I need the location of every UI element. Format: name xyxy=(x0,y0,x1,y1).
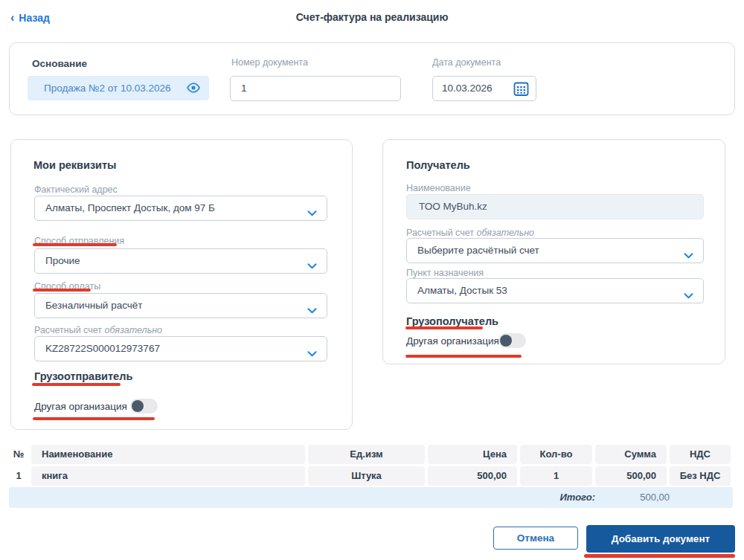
col-header-name: Наименование xyxy=(31,445,305,464)
chevron-down-icon xyxy=(684,289,693,302)
total-value: 500,00 xyxy=(598,487,670,508)
col-header-vat: НДС xyxy=(670,445,731,464)
col-header-sum: Сумма xyxy=(595,445,667,464)
basis-chip[interactable]: Продажа №2 от 10.03.2026 xyxy=(28,76,209,100)
total-label: Итого: xyxy=(530,487,595,508)
row-vat: Без НДС xyxy=(670,466,731,486)
my-bank-account-select[interactable]: KZ28722S000012973767 xyxy=(34,336,327,361)
my-bank-account-value: KZ28722S000012973767 xyxy=(45,337,160,361)
consignee-title: Грузополучатель xyxy=(406,315,498,327)
chevron-down-icon xyxy=(684,248,693,262)
doc-date-label: Дата документа xyxy=(432,57,501,68)
basis-label: Основание xyxy=(32,58,87,69)
row-num: 1 xyxy=(9,466,28,486)
toggle-knob xyxy=(500,335,512,347)
row-name: книга xyxy=(31,466,305,486)
my-bank-account-label: Расчетный счет обязательно xyxy=(34,325,162,335)
shipping-method-value: Прочие xyxy=(45,249,80,273)
recipient-panel: Получатель Наименование ТОО MyBuh.kz Рас… xyxy=(382,139,725,364)
doc-date-input[interactable]: 10.03.2026 xyxy=(432,76,536,101)
my-details-title: Мои реквизиты xyxy=(33,159,117,171)
doc-number-label: Номер документа xyxy=(231,57,308,68)
actual-address-value: Алматы, Проспект Достык, дом 97 Б xyxy=(45,196,215,220)
row-qty: 1 xyxy=(520,466,592,486)
chevron-down-icon xyxy=(307,206,317,219)
chevron-down-icon xyxy=(307,303,317,317)
actual-address-label: Фактический адрес xyxy=(34,184,118,195)
annotation-underline-consignor-toggle xyxy=(33,417,155,420)
payment-method-select[interactable]: Безналичный расчёт xyxy=(34,293,327,318)
recipient-bank-account-placeholder: Выберите расчётный счет xyxy=(417,239,539,263)
doc-number-value: 1 xyxy=(241,77,247,100)
basis-value: Продажа №2 от 10.03.2026 xyxy=(44,76,171,100)
col-header-price: Цена xyxy=(428,445,517,464)
chevron-down-icon xyxy=(307,347,317,360)
page-title: Счет-фактура на реализацию xyxy=(0,11,744,23)
document-header-panel: Основание Продажа №2 от 10.03.2026 Номер… xyxy=(9,42,735,115)
recipient-title: Получатель xyxy=(406,159,470,171)
submit-button[interactable]: Добавить документ xyxy=(586,525,735,553)
recipient-bank-account-select[interactable]: Выберите расчётный счет xyxy=(406,238,704,263)
destination-select[interactable]: Алматы, Достык 53 xyxy=(406,278,704,303)
items-table: № Наименование Ед.изм Цена Кол-во Сумма … xyxy=(9,445,731,486)
calendar-icon[interactable] xyxy=(513,81,529,100)
eye-icon[interactable] xyxy=(187,82,200,97)
actual-address-select[interactable]: Алматы, Проспект Достык, дом 97 Б xyxy=(34,196,327,221)
payment-method-value: Безналичный расчёт xyxy=(45,294,142,318)
shipping-method-select[interactable]: Прочие xyxy=(34,248,327,274)
required-hint: обязательно xyxy=(476,228,534,238)
recipient-name-label: Наименование xyxy=(406,183,471,193)
annotation-underline-consignor xyxy=(32,383,121,386)
consignee-other-org-label: Другая организация xyxy=(406,335,499,347)
cancel-button[interactable]: Отмена xyxy=(493,527,578,550)
consignor-title: Грузоотправитель xyxy=(34,370,132,382)
col-header-qty: Кол-во xyxy=(520,445,592,464)
recipient-name-field: ТОО MyBuh.kz xyxy=(406,194,704,219)
doc-date-value: 10.03.2026 xyxy=(442,77,493,100)
destination-label: Пункт назначения xyxy=(406,268,484,278)
annotation-underline-payment-method xyxy=(33,289,91,292)
recipient-bank-account-label: Расчетный счет обязательно xyxy=(406,228,534,238)
chevron-down-icon xyxy=(307,259,317,272)
destination-value: Алматы, Достык 53 xyxy=(417,279,507,303)
my-details-panel: Мои реквизиты Фактический адрес Алматы, … xyxy=(10,139,353,430)
recipient-name-value: ТОО MyBuh.kz xyxy=(419,195,487,219)
doc-number-input[interactable]: 1 xyxy=(230,76,401,101)
row-price: 500,00 xyxy=(428,466,517,486)
toggle-knob xyxy=(132,400,144,412)
row-unit: Штука xyxy=(308,466,425,486)
col-header-num: № xyxy=(9,445,28,464)
consignee-other-org-toggle[interactable] xyxy=(498,333,526,348)
row-sum: 500,00 xyxy=(595,466,667,486)
annotation-underline-submit-button xyxy=(584,554,735,558)
consignor-other-org-label: Другая организация xyxy=(34,401,127,412)
table-total-row: Итого: 500,00 xyxy=(9,487,733,508)
consignor-other-org-toggle[interactable] xyxy=(130,399,158,413)
required-hint: обязательно xyxy=(104,325,162,335)
annotation-underline-consignee xyxy=(405,326,483,329)
col-header-unit: Ед.изм xyxy=(308,445,425,464)
annotation-underline-shipping-method xyxy=(33,243,117,246)
annotation-underline-consignee-toggle xyxy=(405,355,522,358)
